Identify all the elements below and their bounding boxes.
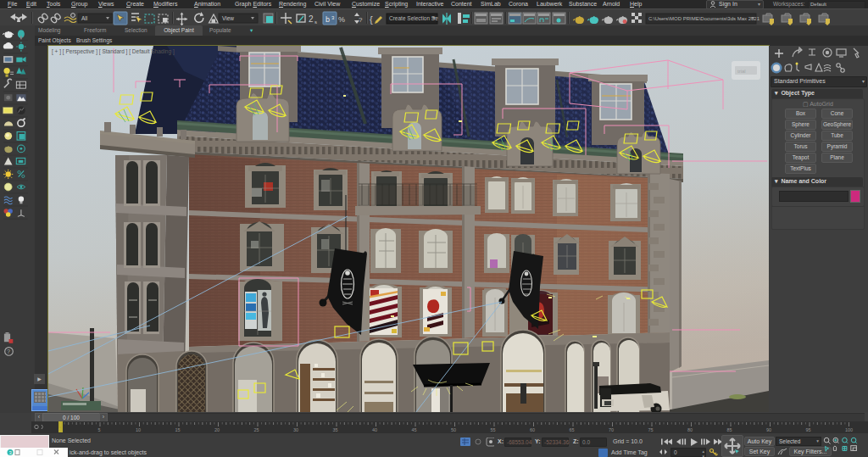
svg-text:Create Selection Se: Create Selection Se xyxy=(389,15,438,21)
svg-text:80: 80 xyxy=(687,427,693,432)
svg-text:C:\Users\MOD PRIME\Documents\3: C:\Users\MOD PRIME\Documents\3ds Max 202… xyxy=(648,16,760,21)
svg-text:2: 2 xyxy=(309,14,314,24)
svg-text:75: 75 xyxy=(648,427,654,432)
svg-text:trial: trial xyxy=(737,69,746,74)
svg-text:45: 45 xyxy=(412,427,417,432)
svg-text:b: b xyxy=(326,15,330,24)
svg-text:30: 30 xyxy=(293,427,298,432)
svg-text:60: 60 xyxy=(530,427,535,432)
svg-text:90: 90 xyxy=(766,427,771,432)
svg-text:25: 25 xyxy=(254,427,259,432)
svg-text:[ + ] [ Perspective ] [ Stand: [ + ] [ Perspective ] [ Standard ] [ Def… xyxy=(52,48,175,55)
svg-text:{: { xyxy=(370,14,373,25)
svg-text:?: ? xyxy=(359,16,363,24)
svg-text:50: 50 xyxy=(451,427,456,432)
svg-text:40: 40 xyxy=(372,427,377,432)
svg-text:20: 20 xyxy=(214,427,220,432)
svg-text:All: All xyxy=(81,15,88,21)
svg-text:95: 95 xyxy=(806,427,811,432)
svg-text:%: % xyxy=(338,15,345,24)
svg-text:35: 35 xyxy=(333,427,338,432)
svg-text:10: 10 xyxy=(136,427,141,432)
svg-text:5: 5 xyxy=(98,427,101,432)
svg-text:View: View xyxy=(222,15,234,21)
svg-text:100: 100 xyxy=(845,427,853,432)
svg-text:?: ? xyxy=(7,348,10,355)
svg-text:70: 70 xyxy=(609,427,614,432)
svg-text:85: 85 xyxy=(727,427,732,432)
svg-text:55: 55 xyxy=(491,427,496,432)
svg-text:65: 65 xyxy=(570,427,575,432)
svg-text:15: 15 xyxy=(175,427,181,432)
svg-text:s: s xyxy=(314,20,317,25)
